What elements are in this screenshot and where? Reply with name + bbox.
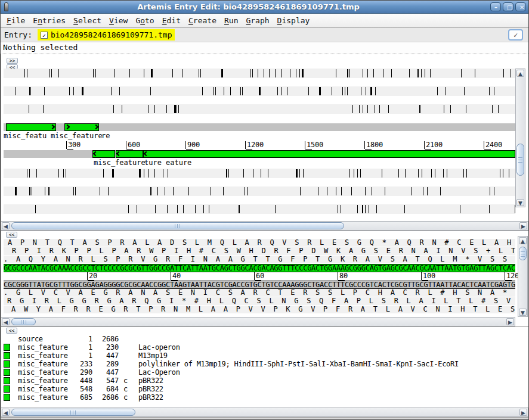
menu-create[interactable]: Create xyxy=(188,16,216,25)
stop-codon-tick xyxy=(100,187,100,195)
feature-note: M13mp19 xyxy=(138,351,168,360)
menu-goto[interactable]: Goto xyxy=(135,16,154,25)
feature-row[interactable]: misc_feature290447Lac-Operon xyxy=(1,368,528,377)
stop-codon-tick xyxy=(27,69,27,77)
feature-row[interactable]: misc_feature233289polylinker of M13mp19;… xyxy=(1,360,528,368)
feature-row[interactable]: misc_feature1447M13mp19 xyxy=(1,351,528,360)
menu-edit[interactable]: Edit xyxy=(162,16,181,25)
feature-segment[interactable] xyxy=(6,123,56,131)
scroll-up-icon[interactable]: ▲ xyxy=(516,70,524,77)
stop-codon-tick xyxy=(366,87,366,95)
scroll-down-icon[interactable]: ▼ xyxy=(519,309,527,316)
menu-run[interactable]: Run xyxy=(224,16,238,25)
stop-codon-tick xyxy=(336,187,336,195)
menu-display[interactable]: Display xyxy=(277,16,310,25)
stop-codon-tick xyxy=(361,87,361,95)
menu-file[interactable]: File xyxy=(7,16,25,25)
entry-checkbox[interactable]: ✓ xyxy=(41,32,48,39)
dna-reverse-strand[interactable]: CGCGGGTTATGCGTTTGGCGGAGAGGGGCGCGCAACCGGC… xyxy=(4,281,515,289)
menu-graph[interactable]: Graph xyxy=(246,16,269,25)
feature-start: 548 xyxy=(60,385,92,393)
stop-codon-tick xyxy=(370,87,372,95)
stop-codon-tick xyxy=(303,169,304,178)
maximize-button[interactable]: □ xyxy=(503,2,513,11)
stop-codon-tick xyxy=(375,87,376,95)
stop-codon-tick xyxy=(149,105,149,113)
stop-codon-tick xyxy=(221,69,223,77)
stop-codon-tick xyxy=(29,187,30,195)
feature-row[interactable]: source12686 xyxy=(1,335,528,343)
stop-codon-tick xyxy=(50,69,50,77)
menu-view[interactable]: View xyxy=(109,16,128,25)
scroll-left-icon[interactable]: ◀ xyxy=(2,222,10,229)
feature-note: pBR322 xyxy=(138,385,163,393)
feature-row[interactable]: misc_feature448547cpBR322 xyxy=(1,377,528,385)
stop-codon-tick xyxy=(461,69,462,77)
feature-row[interactable]: misc_feature1230Lac-operon xyxy=(1,343,528,351)
stop-codon-tick xyxy=(258,69,258,77)
stop-codon-tick xyxy=(29,87,30,95)
forward-feature-strip[interactable] xyxy=(4,123,515,131)
translation-frame-2: R P I R K P P L P A R W P I H # C S W H … xyxy=(4,247,515,256)
menu-select[interactable]: Select xyxy=(73,16,101,25)
minimize-button[interactable]: – xyxy=(490,2,501,11)
feature-list-horizontal-scrollbar[interactable]: ◀ ▶ xyxy=(1,407,528,417)
scroll-up-icon[interactable]: ▲ xyxy=(519,237,527,244)
stop-codon-tick xyxy=(242,87,243,95)
feature-row[interactable]: misc_feature6852686cpBR322 xyxy=(1,393,528,402)
stop-codon-tick xyxy=(275,69,276,77)
overview-vertical-scrollbar[interactable]: ▲ ▼ xyxy=(515,69,525,207)
scroll-left-icon[interactable]: ◀ xyxy=(2,318,10,325)
artemis-window: Artemis Entry Edit: bio42895824618691097… xyxy=(0,0,529,420)
stop-codon-tick xyxy=(367,105,368,113)
stop-codon-tick xyxy=(490,187,490,195)
sequence-horizontal-scrollbar[interactable]: ◀ ▶ xyxy=(1,317,515,326)
stop-codon-tick xyxy=(199,69,199,77)
feature-list: source12686misc_feature1230Lac-operonmis… xyxy=(1,335,528,402)
stop-codon-tick xyxy=(425,69,425,77)
stop-codon-tick xyxy=(460,205,460,213)
sequence-vscroll-thumb[interactable] xyxy=(519,247,527,260)
menu-entries[interactable]: Entries xyxy=(33,16,66,25)
stop-codon-tick xyxy=(347,87,348,95)
stop-codon-tick xyxy=(383,69,383,77)
stop-codon-tick xyxy=(463,169,464,178)
stop-codon-tick xyxy=(494,87,494,95)
stop-codon-tick xyxy=(209,205,209,213)
stop-codon-tick xyxy=(226,169,227,178)
entry-file-chip[interactable]: ✓ bio4289582461869109771.tmp xyxy=(38,29,175,41)
overview-panel: >> << misc_featumisc_featurere 300600900… xyxy=(1,54,528,221)
overview-horizontal-scrollbar[interactable]: ◀ ▶ xyxy=(1,221,528,231)
stop-codon-tick xyxy=(174,105,176,113)
ruler-mark: 60 xyxy=(254,272,264,280)
feature-label: misc_feature xyxy=(51,132,103,140)
entry-confirm-button[interactable]: ✓ xyxy=(508,29,523,41)
scroll-down-icon[interactable]: ▼ xyxy=(516,199,524,206)
scroll-left-icon[interactable]: ◀ xyxy=(2,409,10,416)
zoom-forward-button[interactable]: >> xyxy=(7,58,18,64)
scroll-right-icon[interactable]: ▶ xyxy=(519,409,527,416)
feature-list-hscroll-thumb[interactable] xyxy=(11,409,135,416)
scroll-right-icon[interactable]: ▶ xyxy=(506,318,514,325)
reverse-feature-strip[interactable] xyxy=(4,150,515,158)
close-button[interactable]: ✕ xyxy=(515,2,526,11)
stop-codon-tick xyxy=(336,69,336,77)
scroll-right-icon[interactable]: ▶ xyxy=(519,222,527,229)
artemis-app-icon xyxy=(4,2,8,11)
feature-segment[interactable] xyxy=(143,150,515,158)
stop-codon-tick xyxy=(412,187,412,195)
overview-hscroll-thumb[interactable] xyxy=(11,222,344,229)
feature-list-back-button[interactable]: << xyxy=(6,328,17,334)
dna-forward-strand[interactable]: GCGCCCAATACGCAAACCGCCTCTCCCCGCGCGTTGGCCG… xyxy=(4,264,515,272)
seqview-back-button[interactable]: << xyxy=(6,232,17,238)
stop-codon-tick xyxy=(178,105,179,113)
sequence-vertical-scrollbar[interactable]: ▲ ▼ xyxy=(518,236,528,317)
stop-codon-tick xyxy=(398,169,399,178)
sequence-rows: A P N T Q T A S P R A L A D S L M Q L A … xyxy=(4,239,515,314)
feature-row[interactable]: misc_feature548684cpBR322 xyxy=(1,385,528,393)
ruler-mark: 40 xyxy=(171,272,181,280)
stop-codon-tick xyxy=(73,87,74,95)
entry-filename: bio4289582461869109771.tmp xyxy=(51,30,172,39)
sequence-hscroll-thumb[interactable] xyxy=(11,318,36,325)
overview-vscroll-thumb[interactable] xyxy=(516,144,524,176)
